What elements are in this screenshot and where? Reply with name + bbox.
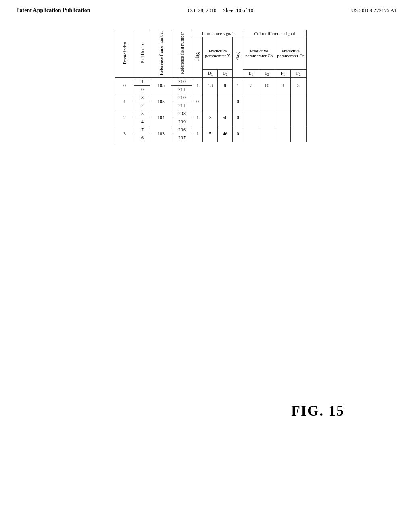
ref-field-cell: 210 [171,78,192,86]
color-f2-cell [290,94,306,110]
ref-field-cell: 207 [171,134,192,142]
field-index-cell: 1 [134,78,150,86]
field-index-cell: 5 [134,110,150,118]
field-index-cell: 3 [134,94,150,102]
lum-d2-cell [218,94,233,110]
col-color-flag: Flag [233,37,243,78]
ref-field-cell: 206 [171,126,192,134]
col-ref-frame-num: Reference frame number [150,30,171,78]
color-flag-cell: 1 [233,78,243,94]
lum-d1-cell: 5 [203,126,218,142]
color-e2-cell: 10 [259,78,275,94]
ref-frame-cell: 103 [150,126,171,142]
color-e1-cell: 7 [243,78,259,94]
ref-field-cell: 211 [171,102,192,110]
color-e2-cell [259,94,275,110]
color-e1-cell [243,126,259,142]
ref-frame-cell: 105 [150,78,171,94]
color-f2-cell [290,126,306,142]
figure-label: FIG. 15 [291,402,344,419]
color-e2-cell [259,110,275,126]
col-e2: E2 [259,70,275,78]
patent-number: US 2010/0272175 A1 [351,7,397,14]
color-e2-cell [259,126,275,142]
frame-index-cell: 2 [115,110,134,126]
publication-label: Patent Application Publication [16,7,90,14]
lum-flag-cell: 1 [192,110,203,126]
ref-field-cell: 208 [171,110,192,118]
col-f2: F2 [290,70,306,78]
field-index-cell: 0 [134,86,150,94]
color-e1-cell [243,94,259,110]
ref-frame-cell: 105 [150,94,171,110]
col-ref-field-num: Reference field number [171,30,192,78]
table-container: Frame index Field index Reference frame … [115,30,306,142]
col-frame-index: Frame index [115,30,134,78]
main-content: Frame index Field index Reference frame … [0,18,413,150]
lum-flag-cell: 1 [192,126,203,142]
col-e1: E1 [243,70,259,78]
ref-field-cell: 211 [171,86,192,94]
field-index-cell: 2 [134,102,150,110]
lum-d2-cell: 50 [218,110,233,126]
field-index-cell: 6 [134,134,150,142]
lum-d2-cell: 46 [218,126,233,142]
frame-index-cell: 0 [115,78,134,94]
col-lum-flag: Flag [192,37,203,78]
lum-flag-cell: 1 [192,78,203,94]
date-label: Oct. 28, 2010 Sheet 10 of 10 [188,7,254,14]
col-d2: D2 [218,70,233,78]
lum-d1-cell [203,94,218,110]
color-f2-cell [290,110,306,126]
lum-d2-cell: 30 [218,78,233,94]
page-header: Patent Application Publication Oct. 28, … [0,0,413,18]
color-f1-cell [275,126,291,142]
color-flag-cell: 0 [233,126,243,142]
col-d1: D1 [203,70,218,78]
table-row: 2 5 104 208 1 3 50 0 [115,110,306,118]
color-f2-cell: 5 [290,78,306,94]
table-row: 1 3 105 210 0 0 [115,94,306,102]
field-index-cell: 4 [134,118,150,126]
ref-field-cell: 209 [171,118,192,126]
color-f1-cell: 8 [275,78,291,94]
col-f1: F1 [275,70,291,78]
ref-frame-cell: 104 [150,110,171,126]
color-f1-cell [275,94,291,110]
col-color-diff-signal: Color difference signal [243,30,306,37]
frame-index-cell: 3 [115,126,134,142]
color-e1-cell [243,110,259,126]
table-row: 3 7 103 206 1 5 46 0 [115,126,306,134]
data-table: Frame index Field index Reference frame … [115,30,306,142]
col-luminance-signal: Luminance signal [192,30,243,37]
color-f1-cell [275,110,291,126]
col-pred-param-y: Predictiveparamemter Y [203,37,233,70]
table-row: 0 1 105 210 1 13 30 1 7 10 8 5 [115,78,306,86]
lum-flag-cell: 0 [192,94,203,110]
color-flag-cell: 0 [233,110,243,126]
col-field-index: Field index [134,30,150,78]
color-flag-cell: 0 [233,94,243,110]
lum-d1-cell: 3 [203,110,218,126]
ref-field-cell: 210 [171,94,192,102]
lum-d1-cell: 13 [203,78,218,94]
frame-index-cell: 1 [115,94,134,110]
col-pred-param-cb: Predictiveparamemter Cb [243,37,275,70]
col-pred-param-cr: Predictiveparamemter Cr [275,37,306,70]
field-index-cell: 7 [134,126,150,134]
